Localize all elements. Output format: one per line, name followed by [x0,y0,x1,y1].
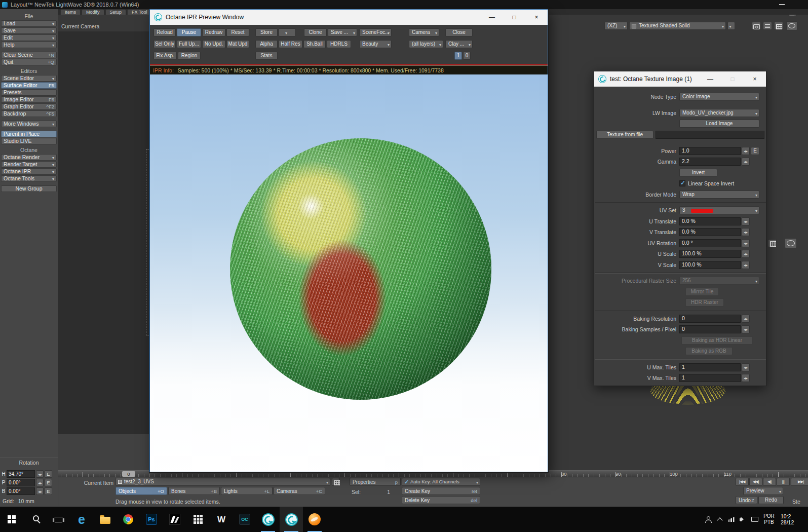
invert-button[interactable]: Invert [679,169,717,177]
photoshop-button[interactable]: Ps [140,507,163,532]
v-translate-spinner[interactable] [742,228,750,236]
minimize-icon[interactable]: — [481,10,503,25]
texture-file-field[interactable] [656,131,764,139]
sidebar-item-render-target[interactable]: Render Target [1,161,57,168]
octane-standalone-button[interactable]: OC [233,507,256,532]
reload-button[interactable]: Reload [153,28,176,36]
no-update-button[interactable]: No Upd. [202,40,225,48]
sidebar-item-backdrop[interactable]: Backdrop^F5 [1,110,57,117]
stats-button[interactable]: Stats [255,52,278,60]
gamma-spinner[interactable] [742,158,750,166]
uv-rotation-spinner[interactable] [742,239,750,247]
octane-app-button-active[interactable] [280,507,303,532]
tray-people-button[interactable] [702,507,714,532]
viewport-grid-icon[interactable] [768,239,777,247]
create-key-button[interactable]: Create Keyret [402,487,480,495]
objects-button[interactable]: Objects+O [116,487,167,495]
b-value-field[interactable]: 0.00° [7,487,35,495]
minimize-icon[interactable] [779,4,785,5]
b-envelope-button[interactable]: E [45,487,52,495]
store-button[interactable]: Store [255,28,278,36]
linear-space-invert-checkbox[interactable]: Linear Space Invert [679,179,734,187]
u-scale-field[interactable]: 100.0 % [679,250,741,258]
sidebar-item-graph-editor[interactable]: Graph Editor^F2 [1,103,57,110]
sidebar-item-scene-editor[interactable]: Scene Editor [1,75,57,82]
sidebar-item-clear-scene[interactable]: Clear Scene+N [1,52,57,58]
lights-button[interactable]: Lights+L [221,487,273,495]
fix-aspect-button[interactable]: Fix Asp. [153,52,177,60]
sidebar-item-help[interactable]: Help [1,42,57,48]
save-dropdown[interactable]: Save ... [328,28,357,36]
tray-show-hidden-button[interactable] [714,507,725,532]
u-scale-spinner[interactable] [742,250,750,258]
reset-button[interactable]: Reset [226,28,249,36]
v-max-tiles-spinner[interactable] [742,374,750,382]
power-spinner[interactable] [742,147,750,155]
properties-button[interactable]: Propertiesp [350,478,401,486]
toggle-one-button[interactable]: 1 [454,52,462,60]
gamma-field[interactable]: 2.2 [679,158,741,166]
tab-fx-tool[interactable]: FX Tool [127,9,151,15]
sidebar-item-edit[interactable]: Edit [1,34,57,41]
sidebar-item-load[interactable]: Load [1,20,57,27]
store-preset-dropdown[interactable] [279,28,296,36]
file-explorer-button[interactable] [93,507,117,532]
play-forward-button[interactable]: ▶▶| [791,478,808,486]
material-update-button[interactable]: Mat Upd [226,40,249,48]
previous-keyframe-button[interactable]: ◀◀| [749,478,762,486]
camera-dropdown[interactable]: Camera [409,28,439,36]
sidebar-item-octane-render[interactable]: Octane Render [1,154,57,161]
alpha-button[interactable]: Alpha [255,40,278,48]
baking-samples-field[interactable]: 0 [679,325,741,333]
power-field[interactable]: 1.0 [679,147,741,155]
u-translate-spinner[interactable] [742,217,750,225]
viewport-axis-dropdown[interactable]: (XZ) [604,22,628,30]
tab-modify[interactable]: Modify [82,9,104,15]
node-type-dropdown[interactable]: Color Image [679,93,759,101]
h-envelope-button[interactable]: E [45,470,52,478]
layers-dropdown[interactable]: (all layers) [409,40,443,48]
sidebar-item-quit[interactable]: Quit+Q [1,59,57,65]
viewport-shading-options-dropdown[interactable] [727,22,735,30]
uv-set-dropdown[interactable]: 3 [679,206,759,214]
h-value-field[interactable]: 34.70° [7,470,35,478]
sidebar-item-image-editor[interactable]: Image EditorF6 [1,96,57,103]
sidebar-item-surface-editor[interactable]: Surface EditorF5 [1,82,57,89]
render-view[interactable] [150,74,548,472]
delete-key-button[interactable]: Delete Keydel [402,496,480,504]
tab-setup[interactable]: Setup [105,9,127,15]
maximize-icon[interactable]: □ [503,10,525,25]
close-button[interactable]: Close [445,28,473,36]
start-button[interactable] [0,507,23,532]
preview-dropdown[interactable]: Preview [743,487,783,495]
half-res-button[interactable]: Half Res [279,40,302,48]
octane-app-button[interactable] [256,507,280,532]
toggle-zero-button[interactable]: 0 [463,52,471,60]
undo-button[interactable]: UndoZ [736,496,757,504]
region-button[interactable]: Region [178,52,201,60]
apps-grid-button[interactable] [186,507,210,532]
sidebar-item-studio-live[interactable]: Studio LIVE [1,138,57,144]
b-spinner[interactable] [36,487,44,495]
p-value-field[interactable]: 0.00° [7,479,35,486]
auto-key-dropdown[interactable]: Auto Key: All Channels [402,478,480,486]
search-button[interactable] [23,507,47,532]
tray-volume-button[interactable] [737,507,749,532]
h-spinner[interactable] [36,470,44,478]
sidebar-item-octane-tools[interactable]: Octane Tools [1,175,57,182]
item-list-button[interactable] [332,478,339,486]
render-pass-dropdown[interactable]: Beauty [359,40,392,48]
v-scale-field[interactable]: 100.0 % [679,261,741,269]
viewport-rotate-gizmo-icon[interactable] [785,238,797,248]
bones-button[interactable]: Bones+B [168,487,220,495]
ipr-window-titlebar[interactable]: Octane IPR Preview Window — □ × [150,10,548,25]
tray-language-button[interactable]: POR PTB [760,513,778,525]
p-envelope-button[interactable]: E [45,479,52,486]
list-icon[interactable] [763,22,772,30]
close-icon[interactable]: × [744,71,766,87]
u-max-tiles-spinner[interactable] [742,363,750,371]
u-translate-field[interactable]: 0.0 % [679,217,741,225]
camera-icon[interactable] [752,22,761,30]
step-back-button[interactable]: ◀|| [763,478,776,486]
load-image-button[interactable]: Load Image [679,120,759,128]
